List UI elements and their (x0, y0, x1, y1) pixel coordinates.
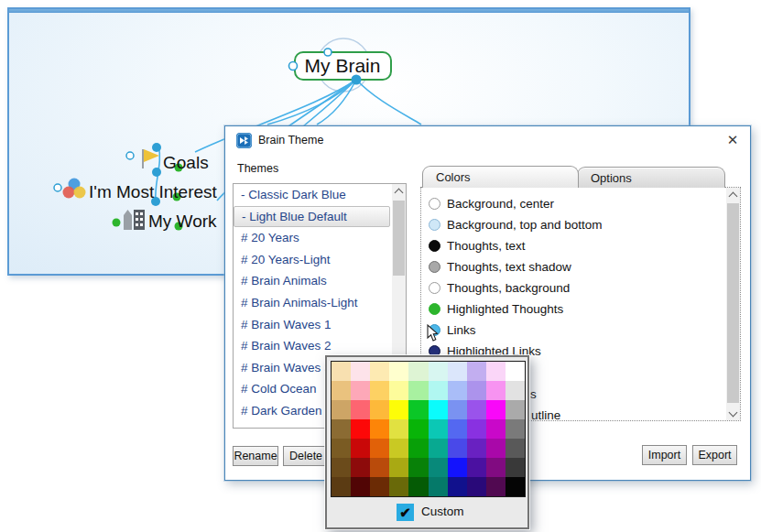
palette-cell[interactable] (429, 362, 448, 381)
colors-scroll-thumb[interactable] (727, 203, 739, 403)
close-icon[interactable]: ✕ (723, 131, 743, 149)
palette-cell[interactable] (408, 400, 428, 419)
palette-cell[interactable] (467, 458, 486, 477)
palette-cell[interactable] (408, 362, 428, 381)
color-item[interactable]: Background, top and bottom (421, 216, 740, 237)
palette-cell[interactable] (408, 381, 428, 400)
import-button[interactable]: Import (642, 445, 687, 465)
theme-item[interactable]: # Brain Waves 2 (234, 335, 406, 357)
thought-label-work[interactable]: My Work (148, 212, 217, 231)
palette-cell[interactable] (370, 439, 389, 458)
palette-cell[interactable] (429, 400, 448, 419)
palette-cell[interactable] (448, 419, 467, 439)
gate-left-icon[interactable] (289, 62, 298, 71)
gate-goals-icon[interactable] (126, 152, 134, 159)
theme-item[interactable]: # Brain Animals-Light (234, 292, 406, 314)
palette-cell[interactable] (351, 362, 370, 381)
palette-cell[interactable] (467, 381, 486, 400)
theme-item[interactable]: # Brain Animals (234, 270, 406, 292)
color-swatch-icon[interactable] (429, 303, 440, 315)
palette-cell[interactable] (370, 458, 389, 477)
palette-cell[interactable] (486, 477, 506, 496)
palette-cell[interactable] (332, 477, 351, 496)
palette-cell[interactable] (408, 458, 428, 477)
color-swatch-icon[interactable] (429, 219, 440, 231)
palette-cell[interactable] (486, 439, 506, 458)
palette-cell[interactable] (332, 458, 351, 477)
color-item[interactable]: Links (421, 321, 740, 342)
palette-cell[interactable] (467, 419, 486, 439)
theme-item[interactable]: # 20 Years-Light (234, 249, 406, 271)
palette-cell[interactable] (467, 439, 486, 458)
palette-cell[interactable] (429, 381, 448, 400)
palette-cell[interactable] (351, 400, 370, 419)
thought-label-goals[interactable]: Goals (163, 153, 209, 172)
palette-cell[interactable] (408, 477, 428, 496)
palette-cell[interactable] (389, 400, 408, 419)
palette-cell[interactable] (506, 477, 525, 496)
palette-cell[interactable] (351, 419, 370, 439)
palette-cell[interactable] (351, 381, 370, 400)
palette-cell[interactable] (429, 477, 448, 496)
palette-cell[interactable] (370, 362, 389, 381)
palette-cell[interactable] (448, 400, 467, 419)
color-item[interactable]: Background, center (421, 195, 740, 216)
palette-cell[interactable] (332, 381, 351, 400)
palette-cell[interactable] (467, 477, 486, 496)
tab-options[interactable]: Options (577, 167, 725, 188)
palette-cell[interactable] (389, 439, 408, 458)
delete-button[interactable]: Delete (283, 446, 329, 466)
export-button[interactable]: Export (692, 445, 737, 465)
palette-cell[interactable] (332, 400, 351, 419)
link-anchor-dot[interactable] (352, 75, 362, 85)
color-swatch-icon[interactable] (429, 240, 440, 252)
palette-cell[interactable] (448, 458, 467, 477)
palette-cell[interactable] (429, 439, 448, 458)
palette-cell[interactable] (486, 400, 506, 419)
tab-colors[interactable]: Colors (422, 166, 579, 188)
palette-cell[interactable] (389, 381, 408, 400)
palette-cell[interactable] (506, 381, 525, 400)
palette-cell[interactable] (351, 477, 370, 496)
palette-cell[interactable] (506, 439, 525, 458)
palette-cell[interactable] (389, 477, 408, 496)
palette-cell[interactable] (408, 419, 428, 439)
palette-cell[interactable] (486, 458, 506, 477)
color-item[interactable]: Thoughts, background (421, 279, 740, 300)
palette-cell[interactable] (370, 419, 389, 439)
palette-cell[interactable] (467, 362, 486, 381)
palette-cell[interactable] (332, 419, 351, 439)
palette-cell[interactable] (370, 381, 389, 400)
custom-checkbox[interactable]: ✔ (397, 504, 414, 521)
color-swatch-icon[interactable] (429, 198, 440, 210)
color-item[interactable]: Thoughts, text (421, 237, 740, 258)
palette-grid[interactable] (331, 361, 526, 497)
colors-scrollbar[interactable] (726, 188, 740, 420)
palette-cell[interactable] (370, 400, 389, 419)
palette-cell[interactable] (351, 458, 370, 477)
palette-cell[interactable] (351, 439, 370, 458)
palette-cell[interactable] (389, 419, 408, 439)
scroll-down-icon[interactable] (726, 407, 740, 420)
palette-cell[interactable] (467, 400, 486, 419)
theme-item[interactable]: # 20 Years (234, 227, 406, 249)
gate-top-icon[interactable] (324, 49, 332, 56)
palette-cell[interactable] (389, 362, 408, 381)
palette-cell[interactable] (448, 477, 467, 496)
color-item[interactable]: Highlighted Thoughts (421, 300, 740, 321)
palette-cell[interactable] (506, 400, 525, 419)
palette-cell[interactable] (486, 419, 506, 439)
palette-cell[interactable] (429, 458, 448, 477)
rename-button[interactable]: Rename (233, 446, 278, 466)
palette-cell[interactable] (486, 362, 506, 381)
palette-cell[interactable] (389, 458, 408, 477)
color-item[interactable]: Thoughts, text shadow (421, 258, 740, 279)
palette-cell[interactable] (448, 362, 467, 381)
palette-cell[interactable] (506, 419, 525, 439)
theme-item[interactable]: - Classic Dark Blue (234, 184, 406, 206)
color-swatch-icon[interactable] (429, 261, 440, 273)
theme-item[interactable]: - Light Blue Default (234, 206, 390, 228)
palette-cell[interactable] (429, 419, 448, 439)
palette-cell[interactable] (370, 477, 389, 496)
scroll-up-icon[interactable] (392, 184, 406, 198)
